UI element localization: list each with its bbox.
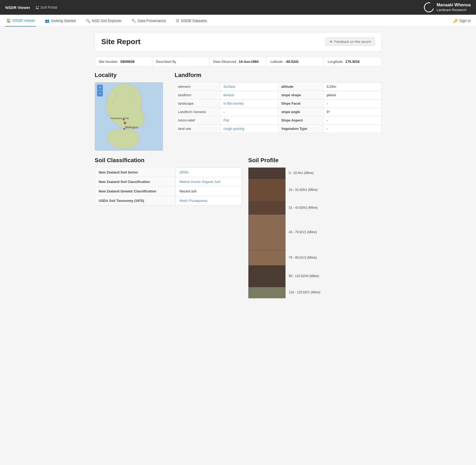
users-icon: 👥 (45, 19, 49, 23)
soil-layer-label: 0 - 10 Ah1 (Milne) (289, 167, 381, 178)
soil-class-label: New Zealand Genetic Classification (95, 187, 176, 196)
zoom-out-button[interactable]: − (97, 91, 103, 96)
landform-label2: altitude (278, 83, 323, 91)
nav-item-nsdr-viewer[interactable]: 🏠 NSDR Viewer (5, 15, 36, 27)
nav-item-nsdr-datasets[interactable]: ☰ NSDR Datasets (175, 15, 208, 27)
soil-profile-container: 0 - 10 Ah1 (Milne)10 - 31 bOh1 (Milne)31… (248, 167, 381, 298)
landform-label: landscape (175, 99, 220, 108)
site-info-row: Site Number SB09929 Described By Date Ob… (95, 57, 381, 67)
landform-value2: - (323, 99, 381, 108)
home-icon: 🏠 (6, 18, 11, 23)
landform-label2: slope angle (278, 108, 323, 116)
date-observed-cell: Date Observed 14-Jun-1984 (210, 57, 267, 66)
soil-layer-label: 76 - 90 bCr2 (Milne) (289, 250, 381, 265)
secondary-nav: 🏠 NSDR Viewer 👥 Getting Started 🔍 NSD So… (0, 15, 476, 27)
map-container[interactable]: + − Wellington Palmerston North (95, 82, 163, 151)
soil-class-label: New Zealand Soil Series (95, 168, 176, 177)
landform-value[interactable]: rough grazing (220, 125, 278, 133)
soil-layer (249, 201, 285, 214)
external-link-icon (36, 6, 39, 9)
soil-classification-section: Soil Classification New Zealand Soil Ser… (95, 157, 242, 298)
soil-layer-label: 110 - 120 b2Cr (Milne) (289, 287, 381, 298)
landform-label2: slope shape (278, 91, 323, 99)
landform-value[interactable]: terrace (220, 91, 278, 99)
soil-layer-label: 90 - 110 b2Ah (Milne) (289, 265, 381, 287)
site-number-cell: Site Number SB09929 (95, 57, 152, 66)
soil-class-label: USDA Soil Taxonomy (1975) (95, 196, 176, 206)
nav-item-data-provenance[interactable]: 🔧 Data Provenance (130, 15, 167, 27)
nav-item-soil-explorer[interactable]: 🔍 NSD Soil Explorer (85, 15, 123, 27)
landform-value[interactable]: Surface (220, 83, 278, 91)
landform-value[interactable]: in flat country (220, 99, 278, 108)
soil-class-value[interactable]: Histic Fluvaquents (176, 196, 242, 206)
brand-title[interactable]: NSDR Viewer (5, 5, 30, 10)
map-image: Wellington Palmerston North (95, 83, 163, 150)
locality-title: Locality (95, 72, 168, 79)
soil-profile-bars (248, 167, 286, 298)
described-by-cell: Described By (152, 57, 210, 66)
soil-classification-title: Soil Classification (95, 157, 242, 164)
svg-point-7 (124, 122, 126, 124)
landform-label: element (175, 83, 220, 91)
feedback-button[interactable]: ✉ Feedback on this record (326, 38, 375, 46)
soil-class-value: Recent soil (176, 187, 242, 196)
soil-class-value[interactable]: OPIKI (176, 168, 242, 177)
landform-value2: planar (323, 91, 381, 99)
landform-value[interactable]: Flat (220, 116, 278, 125)
landform-label: landform (175, 91, 220, 99)
sign-in-link[interactable]: 🔑 Sign In (453, 19, 471, 23)
soil-layer (249, 250, 285, 265)
top-bar-left: NSDR Viewer Soil Portal (5, 5, 57, 10)
soil-layer-label: 10 - 31 bOh1 (Milne) (289, 178, 381, 201)
logo-circle-icon (422, 1, 436, 14)
wrench-icon: 🔧 (131, 19, 136, 23)
landform-title: Landform (175, 72, 381, 79)
page-title: Site Report (101, 38, 140, 46)
locality-landform-section: Locality + − Wellington Pal (95, 72, 381, 151)
landform-label: land use (175, 125, 220, 133)
soil-layer (249, 168, 285, 179)
soil-layer-label: 43 - 76 bCr1 (Milne) (289, 214, 381, 250)
longitude-cell: Longitude 175.3016 (324, 57, 381, 66)
svg-text:Wellington: Wellington (125, 126, 138, 129)
landform-label: micro-relief (175, 116, 220, 125)
svg-text:Palmerston North: Palmerston North (111, 117, 129, 120)
soil-layer (249, 179, 285, 201)
soil-portal-link[interactable]: Soil Portal (36, 5, 57, 9)
search-icon: 🔍 (86, 19, 90, 23)
signin-icon: 🔑 (453, 19, 458, 23)
landform-value2: - (323, 116, 381, 125)
soil-classification-table: New Zealand Soil SeriesOPIKINew Zealand … (95, 167, 242, 206)
soil-class-value[interactable]: Mellow Humic Organic Soil (176, 177, 242, 187)
soil-profile-labels: 0 - 10 Ah1 (Milne)10 - 31 bOh1 (Milne)31… (289, 167, 381, 298)
zoom-in-button[interactable]: + (97, 85, 103, 90)
soil-layer (249, 287, 285, 298)
soil-layer-label: 31 - 43 bOh2 (Milne) (289, 201, 381, 214)
soil-layer (249, 214, 285, 250)
landform-label2: Slope Aspect (278, 116, 323, 125)
soil-section: Soil Classification New Zealand Soil Ser… (95, 157, 381, 298)
landform-value2: 0.25m (323, 83, 381, 91)
nav-item-getting-started[interactable]: 👥 Getting Started (44, 15, 77, 27)
site-report-card: Site Report ✉ Feedback on this record (95, 32, 381, 52)
landform-value2: - (323, 125, 381, 133)
top-bar: NSDR Viewer Soil Portal Manaaki Whenua L… (0, 0, 476, 15)
locality-section: Locality + − Wellington Pal (95, 72, 168, 151)
landform-value: - (220, 108, 278, 116)
envelope-icon: ✉ (330, 40, 332, 44)
soil-class-label: New Zealand Soil Classification (95, 177, 176, 187)
latitude-cell: Latitude -40.5241 (267, 57, 324, 66)
landform-section: Landform elementSurfacealtitude0.25mland… (175, 72, 381, 151)
svg-point-4 (123, 128, 125, 130)
soil-layer (249, 265, 285, 287)
map-zoom-controls: + − (97, 85, 103, 96)
landform-value2: 0° (323, 108, 381, 116)
list-icon: ☰ (176, 19, 179, 23)
svg-point-6 (123, 119, 124, 120)
main-content: Site Report ✉ Feedback on this record Si… (89, 32, 387, 298)
landform-label2: Vegetation Type (278, 125, 323, 133)
logo-text: Manaaki Whenua Landcare Research (437, 2, 471, 12)
soil-profile-section: Soil Profile 0 - 10 Ah1 (Milne)10 - 31 b… (248, 157, 381, 298)
landform-table: elementSurfacealtitude0.25mlandformterra… (175, 82, 381, 133)
soil-profile-title: Soil Profile (248, 157, 381, 164)
